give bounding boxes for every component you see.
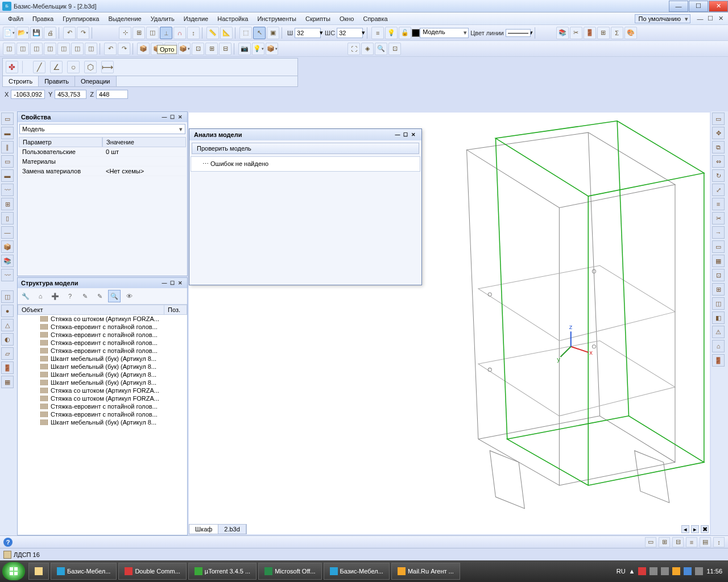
draw-angle-icon[interactable]: ∠ (50, 61, 63, 73)
fit-all-button[interactable]: ⛶ (348, 43, 360, 55)
structure-dash-button[interactable]: — (161, 280, 168, 286)
left-sheet-icon[interactable]: ⊞ (1, 198, 14, 210)
props-row-param[interactable]: Пользовательские (19, 147, 102, 157)
left-cone-icon[interactable]: △ (1, 319, 14, 331)
redo-button[interactable]: ↷ (77, 27, 89, 39)
model-combo[interactable]: Модель (420, 28, 469, 38)
left-books-icon[interactable]: 📚 (1, 255, 14, 267)
right-group-icon[interactable]: ◫ (712, 297, 725, 310)
snap-grid-button[interactable]: ⊞ (133, 27, 145, 39)
taskbar-item[interactable]: Базис-Мебел... (324, 563, 390, 580)
list-item[interactable]: Стяжка со штоком (Артикул FORZA... (18, 394, 187, 402)
structure-list[interactable]: Стяжка со штоком (Артикул FORZA...Стяжка… (18, 315, 187, 535)
left-prism-icon[interactable]: ▱ (1, 347, 14, 360)
zoom-out-button[interactable]: ⊡ (388, 43, 401, 55)
view-right-button[interactable]: ◫ (85, 43, 97, 55)
struct-add-icon[interactable]: ➕ (49, 290, 61, 302)
magnet-button[interactable]: ∩ (173, 27, 186, 39)
left-material-icon[interactable]: 〰 (1, 184, 14, 196)
left-door-icon[interactable]: 🚪 (1, 361, 14, 374)
menu-group[interactable]: Группировка (58, 14, 104, 24)
list-item[interactable]: Шкант мебельный (бук) (Артикул 8... (18, 363, 187, 371)
list-item[interactable]: Шкант мебельный (бук) (Артикул 8... (18, 355, 187, 363)
right-move-icon[interactable]: ✥ (712, 127, 725, 139)
parts-button[interactable]: 🚪 (584, 27, 596, 39)
list-item[interactable]: Шкант мебельный (бук) (Артикул 8... (18, 371, 187, 379)
snap-mid-button[interactable]: ◫ (146, 27, 159, 39)
minimize-button[interactable]: — (669, 1, 688, 12)
struct-help-icon[interactable]: ? (64, 290, 76, 302)
box1-button[interactable]: 📦 (137, 43, 150, 55)
props-row-param[interactable]: Материалы (19, 157, 102, 167)
tray-time[interactable]: 11:56 (706, 568, 722, 575)
open-button[interactable]: 📂 (16, 27, 29, 39)
x-value[interactable]: -1063,092 (11, 90, 45, 99)
library-button[interactable]: 📚 (556, 27, 569, 39)
save-button[interactable]: 💾 (30, 27, 43, 39)
view-persp-button[interactable]: ◫ (71, 43, 84, 55)
status-btn-4[interactable]: ≡ (686, 537, 697, 547)
right-rotate-icon[interactable]: ↻ (712, 169, 725, 182)
tray-ati-icon[interactable] (638, 567, 646, 575)
menu-window[interactable]: Окно (335, 14, 359, 24)
close-button[interactable]: ✕ (709, 1, 728, 12)
ruler-button[interactable]: 📐 (220, 27, 233, 39)
wire-button[interactable]: ⊡ (192, 43, 204, 55)
material-swatch[interactable] (3, 551, 11, 559)
props-row-value[interactable] (102, 157, 186, 167)
tray-av-icon[interactable] (684, 567, 692, 575)
tray-flag-icon[interactable]: ▲ (629, 568, 635, 575)
properties-dash-button[interactable]: — (161, 114, 168, 120)
measure-button[interactable]: 📏 (206, 27, 219, 39)
axis-button[interactable]: ↕ (187, 27, 200, 39)
nav-prev-button[interactable]: ◂ (681, 525, 689, 533)
right-home-icon[interactable]: ⌂ (712, 340, 725, 352)
wc-input[interactable] (337, 28, 363, 38)
menu-scripts[interactable]: Скрипты (301, 14, 335, 24)
nav-next-button[interactable]: ▸ (691, 525, 699, 533)
snap-point-button[interactable]: ⊹ (119, 27, 131, 39)
properties-pin-button[interactable]: ☐ (169, 114, 176, 120)
left-block-icon[interactable]: ▭ (1, 155, 14, 168)
left-sphere-icon[interactable]: ● (1, 305, 14, 317)
nav-menu-button[interactable]: ✖ (701, 525, 709, 533)
rotate-left-button[interactable]: ↶ (104, 43, 117, 55)
mdi-restore-button[interactable]: ☐ (706, 15, 714, 23)
window-select-button[interactable]: ▣ (267, 27, 279, 39)
layers-button[interactable]: ≡ (371, 27, 384, 39)
draw-line-icon[interactable]: ╱ (33, 61, 46, 73)
sum-button[interactable]: Σ (611, 27, 623, 39)
menu-settings[interactable]: Настройка (213, 14, 253, 24)
help-icon[interactable]: ? (3, 538, 13, 547)
menu-edit[interactable]: Правка (28, 14, 58, 24)
right-warn-icon[interactable]: ⚠ (712, 326, 725, 338)
left-curve-icon[interactable]: 〰 (1, 269, 14, 281)
status-btn-2[interactable]: ⊞ (659, 537, 670, 547)
width-input[interactable] (295, 28, 321, 38)
list-item[interactable]: Стяжка-евровинт с потайной голов... (18, 347, 187, 355)
view-iso-button[interactable]: ◫ (3, 43, 15, 55)
right-join-icon[interactable]: ⊞ (712, 283, 725, 296)
left-panel-icon[interactable]: ▭ (1, 113, 14, 125)
struct-delete-icon[interactable]: ✎ (93, 290, 106, 302)
menu-product[interactable]: Изделие (179, 14, 213, 24)
tab-build[interactable]: Строить (3, 76, 39, 86)
right-door2-icon[interactable]: 🚪 (712, 354, 725, 367)
light-button[interactable]: 💡 (252, 43, 264, 55)
camera-button[interactable]: 📷 (238, 43, 251, 55)
tray-lang[interactable]: RU (617, 568, 626, 575)
right-array-icon[interactable]: ▦ (712, 255, 725, 267)
right-trim-icon[interactable]: ✂ (712, 212, 725, 225)
draw-circle-icon[interactable]: ○ (67, 61, 80, 73)
left-board-icon[interactable]: ▬ (1, 127, 14, 139)
taskbar-item[interactable]: Microsoft Off... (258, 563, 321, 580)
analysis-min-button[interactable]: — (394, 131, 401, 138)
ortho-button[interactable]: ⟂ (160, 27, 172, 39)
z-value[interactable]: 448 (96, 90, 128, 99)
tray-vol-icon[interactable] (650, 567, 657, 575)
struct-eye-icon[interactable]: 👁 (123, 290, 135, 302)
mdi-minimize-button[interactable]: — (696, 15, 704, 23)
taskbar-item[interactable]: µTorrent 3.4.5 ... (188, 563, 257, 580)
menu-help[interactable]: Справка (358, 14, 392, 24)
analysis-max-button[interactable]: ☐ (402, 131, 409, 138)
